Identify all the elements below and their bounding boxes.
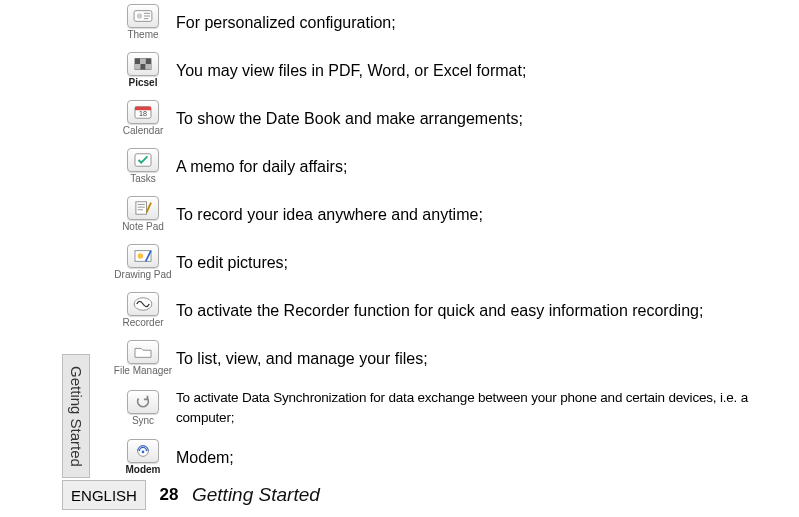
calendar-icon-col: 18Calendar	[110, 100, 176, 137]
svg-rect-6	[135, 64, 140, 69]
side-tab-label: Getting Started	[68, 366, 85, 467]
calendar-description: To show the Date Book and make arrangeme…	[176, 109, 795, 129]
sync-description: To activate Data Synchronization for dat…	[176, 388, 795, 428]
recorder-icon-label: Recorder	[122, 317, 163, 329]
notepad-description: To record your idea anywhere and anytime…	[176, 205, 795, 225]
tasks-icon-col: Tasks	[110, 148, 176, 185]
calendar-icon-label: Calendar	[123, 125, 164, 137]
theme-icon-col: Theme	[110, 4, 176, 41]
svg-rect-8	[146, 64, 151, 69]
calendar-icon: 18	[127, 100, 159, 124]
picsel-icon-label: Picsel	[129, 77, 158, 89]
recorder-description: To activate the Recorder function for qu…	[176, 301, 795, 321]
modem-description: Modem;	[176, 448, 795, 468]
svg-text:18: 18	[139, 110, 147, 118]
feature-row-sync: SyncTo activate Data Synchronization for…	[110, 388, 795, 428]
feature-row-tasks: TasksA memo for daily affairs;	[110, 148, 795, 185]
picsel-icon	[127, 52, 159, 76]
svg-point-18	[142, 451, 145, 454]
recorder-icon	[127, 292, 159, 316]
notepad-icon-label: Note Pad	[122, 221, 164, 233]
feature-row-calendar: 18CalendarTo show the Date Book and make…	[110, 100, 795, 137]
feature-row-modem: ModemModem;	[110, 439, 795, 476]
filemanager-description: To list, view, and manage your files;	[176, 349, 795, 369]
drawingpad-icon	[127, 244, 159, 268]
picsel-icon-col: Picsel	[110, 52, 176, 89]
sync-icon	[127, 390, 159, 414]
filemanager-icon-col: File Manager	[110, 340, 176, 377]
theme-icon	[127, 4, 159, 28]
theme-description: For personalized configuration;	[176, 13, 795, 33]
sync-icon-label: Sync	[132, 415, 154, 427]
svg-rect-13	[136, 202, 147, 214]
side-tab-getting-started: Getting Started	[62, 354, 90, 478]
filemanager-icon-label: File Manager	[114, 365, 172, 377]
filemanager-icon	[127, 340, 159, 364]
notepad-icon-col: Note Pad	[110, 196, 176, 233]
tasks-icon	[127, 148, 159, 172]
feature-row-theme: ThemeFor personalized configuration;	[110, 4, 795, 41]
feature-row-recorder: RecorderTo activate the Recorder functio…	[110, 292, 795, 329]
feature-row-picsel: PicselYou may view files in PDF, Word, o…	[110, 52, 795, 89]
drawingpad-icon-label: Drawing Pad	[114, 269, 171, 281]
svg-point-15	[138, 253, 143, 258]
svg-rect-3	[135, 59, 140, 64]
recorder-icon-col: Recorder	[110, 292, 176, 329]
feature-list: ThemeFor personalized configuration;Pics…	[110, 4, 795, 487]
drawingpad-description: To edit pictures;	[176, 253, 795, 273]
svg-rect-5	[146, 59, 151, 64]
modem-icon-label: Modem	[126, 464, 161, 476]
svg-rect-4	[140, 59, 145, 64]
language-badge: ENGLISH	[62, 480, 146, 510]
section-title: Getting Started	[192, 484, 320, 506]
svg-point-1	[137, 13, 142, 18]
feature-row-filemanager: File ManagerTo list, view, and manage yo…	[110, 340, 795, 377]
svg-rect-7	[140, 64, 145, 69]
tasks-description: A memo for daily affairs;	[176, 157, 795, 177]
theme-icon-label: Theme	[127, 29, 158, 41]
feature-row-notepad: Note PadTo record your idea anywhere and…	[110, 196, 795, 233]
tasks-icon-label: Tasks	[130, 173, 156, 185]
page-footer: ENGLISH 28 Getting Started	[62, 478, 799, 512]
modem-icon-col: Modem	[110, 439, 176, 476]
modem-icon	[127, 439, 159, 463]
sync-icon-col: Sync	[110, 390, 176, 427]
drawingpad-icon-col: Drawing Pad	[110, 244, 176, 281]
notepad-icon	[127, 196, 159, 220]
feature-row-drawingpad: Drawing PadTo edit pictures;	[110, 244, 795, 281]
page-number: 28	[146, 485, 192, 505]
picsel-description: You may view files in PDF, Word, or Exce…	[176, 61, 795, 81]
